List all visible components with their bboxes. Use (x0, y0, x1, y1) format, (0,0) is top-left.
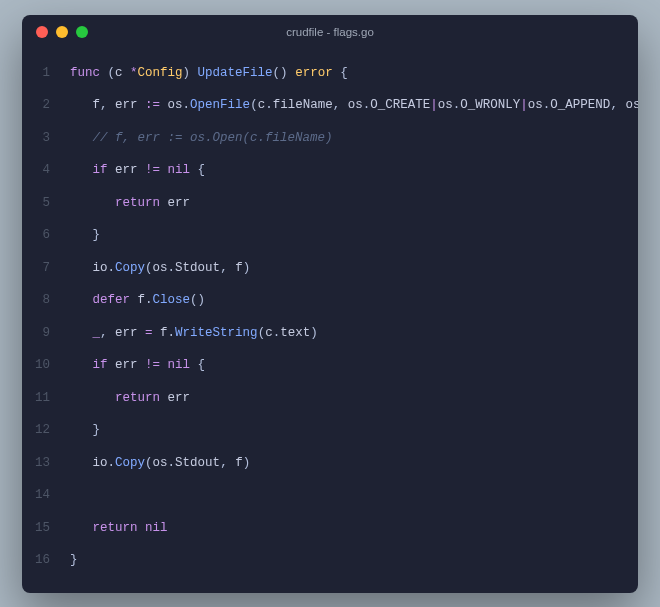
code-content: } (70, 414, 100, 447)
code-line: 14 (22, 479, 638, 512)
code-line: 16} (22, 544, 638, 577)
code-line: 9 _, err = f.WriteString(c.text) (22, 317, 638, 350)
close-icon[interactable] (36, 26, 48, 38)
line-number: 5 (22, 187, 70, 220)
code-line: 10 if err != nil { (22, 349, 638, 382)
code-line: 8 defer f.Close() (22, 284, 638, 317)
code-line: 6 } (22, 219, 638, 252)
code-content: if err != nil { (70, 154, 205, 187)
minimize-icon[interactable] (56, 26, 68, 38)
code-line: 1func (c *Config) UpdateFile() error { (22, 57, 638, 90)
code-line: 13 io.Copy(os.Stdout, f) (22, 447, 638, 480)
code-content: // f, err := os.Open(c.fileName) (70, 122, 333, 155)
line-number: 4 (22, 154, 70, 187)
code-content: return err (70, 382, 190, 415)
line-number: 9 (22, 317, 70, 350)
code-line: 2 f, err := os.OpenFile(c.fileName, os.O… (22, 89, 638, 122)
code-content: io.Copy(os.Stdout, f) (70, 252, 250, 285)
line-number: 10 (22, 349, 70, 382)
line-number: 11 (22, 382, 70, 415)
code-line: 5 return err (22, 187, 638, 220)
code-area[interactable]: 1func (c *Config) UpdateFile() error {2 … (22, 49, 638, 593)
code-content: return nil (70, 512, 168, 545)
line-number: 16 (22, 544, 70, 577)
code-line: 12 } (22, 414, 638, 447)
line-number: 15 (22, 512, 70, 545)
traffic-lights (36, 26, 88, 38)
line-number: 8 (22, 284, 70, 317)
line-number: 14 (22, 479, 70, 512)
code-content: return err (70, 187, 190, 220)
line-number: 12 (22, 414, 70, 447)
line-number: 6 (22, 219, 70, 252)
code-line: 4 if err != nil { (22, 154, 638, 187)
code-line: 3 // f, err := os.Open(c.fileName) (22, 122, 638, 155)
line-number: 13 (22, 447, 70, 480)
line-number: 7 (22, 252, 70, 285)
code-content: if err != nil { (70, 349, 205, 382)
code-line: 15 return nil (22, 512, 638, 545)
code-content: } (70, 544, 78, 577)
titlebar: crudfile - flags.go (22, 15, 638, 49)
code-line: 7 io.Copy(os.Stdout, f) (22, 252, 638, 285)
line-number: 2 (22, 89, 70, 122)
code-line: 11 return err (22, 382, 638, 415)
maximize-icon[interactable] (76, 26, 88, 38)
code-content: func (c *Config) UpdateFile() error { (70, 57, 348, 90)
line-number: 1 (22, 57, 70, 90)
code-content: f, err := os.OpenFile(c.fileName, os.O_C… (70, 89, 638, 122)
code-content: } (70, 219, 100, 252)
code-content: _, err = f.WriteString(c.text) (70, 317, 318, 350)
code-content: io.Copy(os.Stdout, f) (70, 447, 250, 480)
code-content: defer f.Close() (70, 284, 205, 317)
window-title: crudfile - flags.go (22, 26, 638, 38)
line-number: 3 (22, 122, 70, 155)
editor-window: crudfile - flags.go 1func (c *Config) Up… (22, 15, 638, 593)
